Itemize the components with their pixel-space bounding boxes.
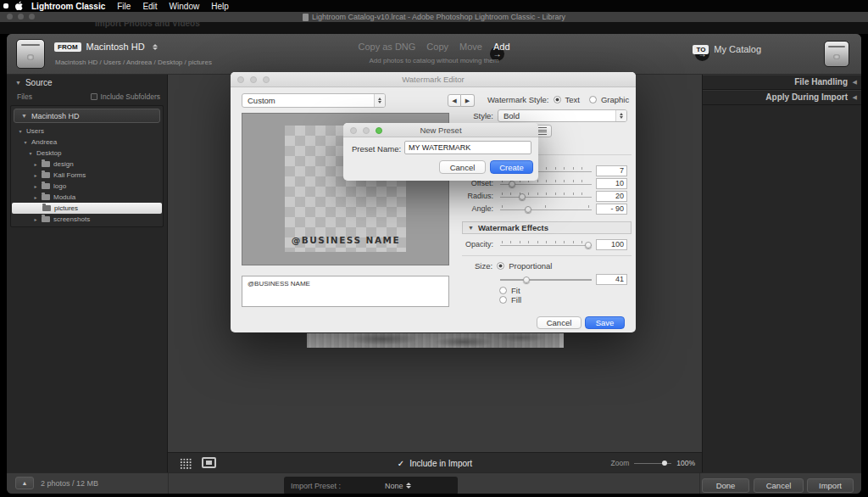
import-preset-stepper-icon[interactable] <box>406 483 411 489</box>
menu-item-edit[interactable]: Edit <box>142 2 157 11</box>
tree-item-design[interactable]: ▸design <box>11 159 163 170</box>
include-subfolders-label: Include Subfolders <box>101 92 160 101</box>
expander-right-icon[interactable]: ▸ <box>33 194 38 200</box>
tree-item-logo[interactable]: ▸logo <box>11 181 163 192</box>
recording-indicator-icon <box>3 3 8 8</box>
expander-right-icon[interactable]: ▸ <box>33 183 38 189</box>
tree-item-label: Kali Forms <box>53 171 86 179</box>
text-style-dropdown[interactable]: Bold <box>498 109 627 122</box>
opacity-slider[interactable] <box>500 239 592 249</box>
size-slider-thumb[interactable] <box>523 276 530 283</box>
method-move[interactable]: Move <box>459 42 482 52</box>
minimize-dialog-icon[interactable] <box>250 76 257 83</box>
minimize-dialog-icon[interactable] <box>363 127 370 134</box>
radio-text[interactable] <box>554 96 561 103</box>
zoom-slider-thumb[interactable] <box>662 461 667 466</box>
method-copy[interactable]: Copy <box>426 42 448 52</box>
close-dialog-icon[interactable] <box>350 127 357 134</box>
slider-thumb[interactable] <box>525 206 531 213</box>
import-preset-box: Import Preset : None <box>284 477 458 494</box>
zoom-dialog-icon[interactable] <box>263 76 270 83</box>
preset-name-input[interactable]: MY WATERMARK <box>404 141 531 154</box>
size-slider[interactable] <box>500 274 592 284</box>
cancel-button[interactable]: Cancel <box>754 478 804 493</box>
import-button[interactable]: Import <box>807 478 854 493</box>
watermark-preset-dropdown[interactable]: Custom <box>242 93 386 108</box>
watermark-text-input[interactable]: @BUSINESS NAME <box>242 276 449 307</box>
radio-graphic[interactable] <box>589 96 597 103</box>
menu-app-name[interactable]: Lightroom Classic <box>31 2 105 11</box>
method-copy-as-dng[interactable]: Copy as DNG <box>358 42 415 52</box>
new-preset-title: New Preset <box>420 126 461 135</box>
tree-item-modula[interactable]: ▸Modula <box>11 192 163 203</box>
radio-proportional-label: Proportional <box>509 261 552 271</box>
expander-down-icon[interactable]: ▾ <box>28 150 33 156</box>
apple-menu-icon[interactable] <box>15 1 24 11</box>
next-watermark-button[interactable]: ▶ <box>461 94 475 107</box>
slider-thumb[interactable] <box>519 193 526 200</box>
zoom-label: Zoom <box>611 459 630 467</box>
expander-right-icon[interactable]: ▸ <box>33 216 38 222</box>
new-preset-create-button[interactable]: Create <box>490 160 533 174</box>
watermark-effects-header[interactable]: ▼ Watermark Effects <box>462 221 632 234</box>
catalog-drive-icon <box>824 41 849 67</box>
slider-value[interactable]: 10 <box>596 178 627 189</box>
watermark-save-button[interactable]: Save <box>585 316 625 329</box>
method-add[interactable]: Add <box>493 42 510 52</box>
menu-item-file[interactable]: File <box>117 2 131 11</box>
close-window-icon[interactable] <box>7 14 13 20</box>
size-value[interactable]: 41 <box>596 274 627 285</box>
zoom-slider[interactable] <box>634 459 671 467</box>
slider-track[interactable] <box>500 204 592 214</box>
watermark-cancel-button[interactable]: Cancel <box>537 316 581 329</box>
status-bar: ▲ 2 photos / 12 MB Import Preset : None … <box>7 472 861 494</box>
zoom-dialog-icon[interactable] <box>376 127 382 134</box>
slider-track[interactable] <box>500 191 592 201</box>
expander-right-icon[interactable]: ▸ <box>33 172 38 178</box>
from-source-stepper-icon[interactable] <box>153 44 158 50</box>
menu-item-help[interactable]: Help <box>211 2 229 11</box>
tree-item-kali-forms[interactable]: ▸Kali Forms <box>11 170 163 181</box>
radio-proportional[interactable] <box>497 262 504 270</box>
slider-value[interactable]: 20 <box>596 191 627 202</box>
slider-label: Angle: <box>438 204 498 213</box>
from-source-name[interactable]: Macintosh HD <box>86 42 145 52</box>
panel-section-apply-during-import[interactable]: Apply During Import◀ <box>703 90 861 105</box>
radio-fit[interactable] <box>499 287 507 294</box>
to-catalog-name[interactable]: My Catalog <box>714 44 761 54</box>
import-window-title: Import Photos and Videos <box>95 22 200 28</box>
tree-item-desktop[interactable]: ▾Desktop <box>11 148 163 159</box>
radio-fill-label: Fill <box>511 295 521 304</box>
radio-graphic-label: Graphic <box>601 95 629 104</box>
done-button[interactable]: Done <box>702 478 749 493</box>
panel-section-file-handling[interactable]: File Handling◀ <box>703 75 861 90</box>
zoom-window-icon[interactable] <box>29 14 35 20</box>
slider-value[interactable]: 7 <box>596 165 627 176</box>
radio-fill[interactable] <box>499 296 507 304</box>
tree-item-pictures[interactable]: pictures <box>12 203 162 214</box>
collapse-panel-button[interactable]: ▲ <box>15 477 34 489</box>
previous-watermark-button[interactable]: ◀ <box>448 94 461 107</box>
divider <box>462 255 632 256</box>
slider-value[interactable]: - 90 <box>596 204 627 215</box>
expander-down-icon[interactable]: ▾ <box>23 139 28 145</box>
import-preset-value[interactable]: None <box>385 482 403 490</box>
photo-thumbnail[interactable] <box>307 333 564 348</box>
menu-item-window[interactable]: Window <box>170 2 200 11</box>
slider-thumb[interactable] <box>509 181 515 187</box>
include-subfolders-checkbox[interactable] <box>91 93 97 100</box>
tree-item-screenshots[interactable]: ▸screenshots <box>11 214 163 225</box>
opacity-slider-thumb[interactable] <box>585 242 592 248</box>
opacity-value[interactable]: 100 <box>596 239 627 250</box>
expander-down-icon[interactable]: ▼ <box>21 113 27 119</box>
tree-item-users[interactable]: ▾Users <box>11 126 163 137</box>
close-dialog-icon[interactable] <box>237 76 244 83</box>
tree-item-macintosh-hd[interactable]: ▼ Macintosh HD <box>14 109 160 123</box>
expander-down-icon[interactable]: ▾ <box>18 128 23 134</box>
expander-right-icon[interactable]: ▸ <box>33 161 38 167</box>
tree-item-andreea[interactable]: ▾Andreea <box>11 137 163 148</box>
new-preset-cancel-button[interactable]: Cancel <box>439 160 486 174</box>
minimize-window-icon[interactable] <box>18 14 24 20</box>
opacity-label: Opacity: <box>438 240 498 248</box>
source-panel-header[interactable]: ▼ Source <box>7 75 167 87</box>
